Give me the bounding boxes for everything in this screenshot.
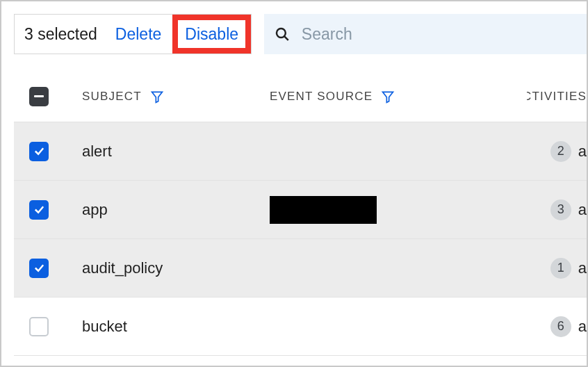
delete-button[interactable]: Delete — [107, 15, 170, 54]
column-label: SUBJECT — [82, 90, 142, 104]
table-row[interactable]: call — [14, 356, 587, 367]
filter-icon[interactable] — [381, 90, 395, 104]
filter-icon[interactable] — [150, 90, 164, 104]
disable-button[interactable]: Disable — [185, 20, 238, 48]
search-input[interactable] — [300, 24, 577, 44]
activity-text: a — [578, 318, 587, 336]
disable-button-highlight: Disable — [172, 15, 251, 54]
activity-text: a — [578, 142, 587, 161]
column-label: EVENT SOURCE — [270, 90, 373, 104]
search-box[interactable] — [264, 14, 587, 54]
selected-count-label: 3 selected — [24, 25, 97, 44]
column-header-subject[interactable]: SUBJECT — [82, 90, 270, 104]
svg-point-0 — [277, 28, 286, 38]
column-label: ACTIVITIES — [527, 90, 587, 104]
activity-count-badge: 2 — [550, 141, 571, 162]
activity-count-badge: 6 — [550, 316, 571, 337]
row-checkbox[interactable] — [29, 259, 49, 278]
search-icon — [274, 25, 291, 43]
activity-count-badge: 1 — [550, 258, 571, 279]
svg-marker-2 — [152, 92, 162, 102]
svg-marker-3 — [383, 92, 393, 102]
row-checkbox[interactable] — [29, 317, 49, 336]
svg-line-1 — [284, 36, 288, 40]
row-checkbox[interactable] — [29, 142, 49, 161]
select-all-checkbox[interactable] — [29, 87, 49, 106]
subject-cell: audit_policy — [82, 259, 163, 277]
table-row[interactable]: app 3 a — [14, 181, 587, 239]
subjects-table: SUBJECT EVENT SOURCE ACTIVITIES — [14, 71, 587, 367]
subject-cell: app — [82, 201, 108, 219]
activity-count-badge: 3 — [550, 199, 571, 220]
table-header-row: SUBJECT EVENT SOURCE ACTIVITIES — [14, 71, 587, 122]
subject-cell: bucket — [82, 318, 127, 336]
table-row[interactable]: audit_policy 1 a — [14, 239, 587, 297]
column-header-event-source[interactable]: EVENT SOURCE — [270, 90, 527, 104]
column-header-activities[interactable]: ACTIVITIES — [527, 90, 587, 104]
subject-cell: alert — [82, 142, 112, 161]
redacted-block — [270, 196, 377, 224]
activity-text: a — [578, 201, 587, 219]
row-checkbox[interactable] — [29, 200, 49, 220]
table-row[interactable]: alert 2 a — [14, 122, 587, 181]
toolbar: 3 selected Delete Disable — [14, 14, 587, 54]
bulk-action-box: 3 selected Delete Disable — [14, 14, 252, 54]
activity-text: a — [578, 259, 587, 277]
table-row[interactable]: bucket 6 a — [14, 297, 587, 356]
